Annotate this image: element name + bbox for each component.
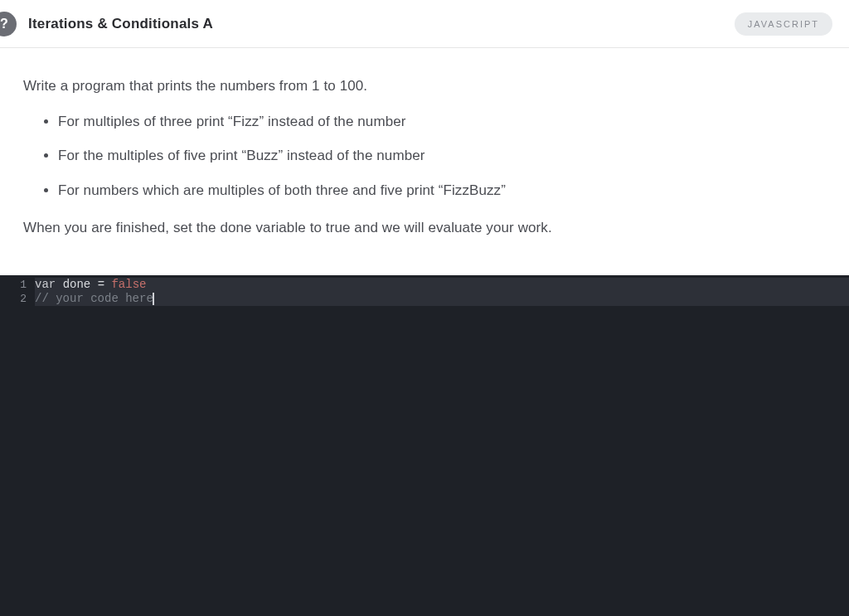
instructions-panel: Write a program that prints the numbers …	[0, 48, 849, 275]
page-title: Iterations & Conditionals A	[28, 16, 213, 32]
token-keyword: var	[35, 278, 56, 291]
code-area[interactable]: var done = false // your code here	[35, 275, 849, 616]
list-item: For the multiples of five print “Buzz” i…	[58, 144, 826, 167]
token-operator: =	[98, 278, 104, 291]
instructions-intro: Write a program that prints the numbers …	[23, 75, 826, 97]
language-badge: JAVASCRIPT	[735, 12, 832, 36]
line-number: 1	[0, 278, 27, 292]
instructions-outro: When you are finished, set the done vari…	[23, 216, 826, 239]
token-identifier: done	[63, 278, 91, 291]
list-item: For multiples of three print “Fizz” inst…	[58, 110, 826, 133]
list-item: For numbers which are multiples of both …	[58, 179, 826, 201]
token-boolean: false	[111, 278, 146, 291]
editor-cursor	[153, 293, 154, 305]
instructions-list: For multiples of three print “Fizz” inst…	[23, 110, 826, 201]
token-space	[90, 278, 97, 291]
header-bar: ? Iterations & Conditionals A JAVASCRIPT	[0, 0, 849, 48]
token-comment: // your code here	[35, 292, 153, 305]
line-number: 2	[0, 292, 27, 306]
code-line[interactable]: var done = false	[35, 278, 849, 292]
editor-gutter: 1 2	[0, 275, 35, 616]
token-space	[56, 278, 62, 291]
help-icon[interactable]: ?	[0, 12, 17, 36]
code-line[interactable]: // your code here	[35, 292, 849, 306]
code-editor[interactable]: 1 2 var done = false // your code here	[0, 275, 849, 616]
